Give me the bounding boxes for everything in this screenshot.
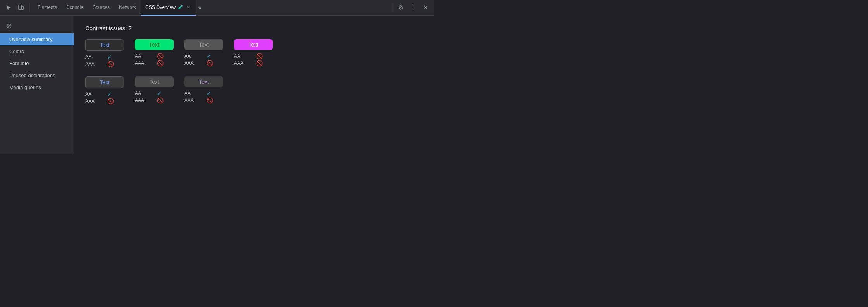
aaa-label-5: AAA — [85, 98, 105, 104]
tab-network[interactable]: Network — [114, 0, 141, 16]
contrast-btn-1-label: Text — [100, 42, 110, 48]
contrast-btn-7[interactable]: Text — [184, 76, 223, 87]
aa-fail-icon-4: 🚫 — [256, 53, 273, 59]
aaa-label-1: AAA — [85, 61, 105, 67]
contrast-btn-6[interactable]: Text — [135, 76, 174, 87]
cursor-icon-btn[interactable] — [3, 2, 14, 13]
tab-close-btn[interactable]: ✕ — [186, 5, 191, 10]
sidebar-item-unused-declarations-label: Unused declarations — [9, 72, 55, 78]
sidebar-item-overview-summary-label: Overview summary — [9, 36, 52, 42]
flask-icon: 🧪 — [178, 5, 183, 10]
aaa-label-4: AAA — [234, 60, 254, 66]
contrast-checks-3: AA ✓ AAA 🚫 — [184, 53, 223, 66]
aa-fail-icon-2: 🚫 — [157, 53, 174, 59]
contrast-checks-6: AA ✓ AAA 🚫 — [135, 90, 174, 103]
sidebar-item-colors[interactable]: Colors — [0, 45, 74, 57]
aaa-fail-icon-7: 🚫 — [207, 97, 224, 103]
aaa-fail-icon-6: 🚫 — [157, 97, 174, 103]
tab-sources-label: Sources — [93, 5, 110, 10]
aa-label-2: AA — [135, 53, 155, 59]
contrast-item-2: Text AA 🚫 AAA 🚫 — [135, 39, 174, 66]
contrast-btn-2-label: Text — [149, 41, 160, 48]
aaa-label-7: AAA — [184, 98, 204, 103]
contrast-item-1: Text AA ✓ AAA 🚫 — [85, 39, 124, 67]
close-btn[interactable]: ✕ — [420, 2, 431, 13]
more-tabs-btn[interactable]: » — [196, 3, 203, 12]
aaa-fail-icon-5: 🚫 — [107, 98, 124, 104]
contrast-btn-6-label: Text — [149, 79, 159, 85]
content-area: Contrast issues: 7 Text AA ✓ AAA 🚫 — [74, 16, 434, 154]
sidebar-item-colors-label: Colors — [9, 48, 24, 54]
contrast-grid: Text AA ✓ AAA 🚫 Text AA 🚫 — [85, 39, 423, 104]
aaa-label-2: AAA — [135, 60, 155, 66]
toolbar-right: ⚙ ⋮ ✕ — [395, 2, 431, 13]
contrast-item-4: Text AA 🚫 AAA 🚫 — [234, 39, 273, 66]
aaa-fail-icon-1: 🚫 — [107, 61, 124, 67]
contrast-btn-1[interactable]: Text — [85, 39, 124, 51]
contrast-row-1: Text AA ✓ AAA 🚫 Text AA 🚫 — [85, 39, 423, 67]
sidebar-item-font-info[interactable]: Font info — [0, 57, 74, 69]
toolbar: Elements Console Sources Network CSS Ove… — [0, 0, 434, 16]
sidebar-icon-row: ⊘ — [0, 19, 74, 33]
contrast-checks-5: AA ✓ AAA 🚫 — [85, 91, 124, 104]
contrast-item-7: Text AA ✓ AAA 🚫 — [184, 76, 223, 103]
aa-label-1: AA — [85, 54, 105, 60]
contrast-checks-1: AA ✓ AAA 🚫 — [85, 54, 124, 67]
contrast-checks-4: AA 🚫 AAA 🚫 — [234, 53, 273, 66]
contrast-btn-3-label: Text — [199, 41, 209, 48]
tab-css-overview[interactable]: CSS Overview 🧪 ✕ — [141, 0, 196, 16]
contrast-issues-title: Contrast issues: 7 — [85, 25, 423, 31]
aa-label-7: AA — [184, 91, 204, 96]
toolbar-separator-1 — [29, 3, 30, 12]
cursor-icon — [5, 5, 12, 11]
contrast-row-2: Text AA ✓ AAA 🚫 Text AA ✓ — [85, 76, 423, 104]
menu-btn[interactable]: ⋮ — [408, 2, 418, 13]
aa-pass-icon-1: ✓ — [107, 54, 124, 60]
toolbar-separator-2 — [392, 3, 392, 12]
sidebar-item-media-queries-label: Media queries — [9, 85, 41, 90]
aa-label-6: AA — [135, 91, 155, 96]
aaa-fail-icon-4: 🚫 — [256, 60, 273, 66]
no-icon: ⊘ — [6, 22, 12, 30]
aa-label-4: AA — [234, 53, 254, 59]
aa-pass-icon-7: ✓ — [207, 90, 224, 97]
aaa-label-6: AAA — [135, 98, 155, 103]
device-icon-btn[interactable] — [16, 2, 26, 13]
settings-btn[interactable]: ⚙ — [395, 2, 406, 13]
tab-elements[interactable]: Elements — [33, 0, 62, 16]
contrast-btn-3[interactable]: Text — [184, 39, 223, 50]
contrast-btn-5-label: Text — [100, 79, 110, 85]
contrast-btn-7-label: Text — [199, 79, 209, 85]
contrast-btn-2[interactable]: Text — [135, 39, 174, 50]
contrast-btn-4[interactable]: Text — [234, 39, 273, 50]
device-icon — [18, 5, 24, 11]
svg-rect-1 — [22, 6, 23, 10]
aaa-label-3: AAA — [184, 60, 204, 66]
tab-css-overview-label: CSS Overview — [145, 5, 176, 10]
sidebar-item-media-queries[interactable]: Media queries — [0, 81, 74, 93]
sidebar-item-unused-declarations[interactable]: Unused declarations — [0, 69, 74, 81]
contrast-btn-5[interactable]: Text — [85, 76, 124, 88]
svg-rect-0 — [19, 5, 21, 10]
aa-pass-icon-3: ✓ — [207, 53, 224, 59]
contrast-item-6: Text AA ✓ AAA 🚫 — [135, 76, 174, 103]
sidebar-item-overview-summary[interactable]: Overview summary — [0, 33, 74, 45]
sidebar-item-font-info-label: Font info — [9, 60, 29, 66]
tab-elements-label: Elements — [38, 5, 57, 10]
tab-console[interactable]: Console — [62, 0, 88, 16]
tab-bar: Elements Console Sources Network CSS Ove… — [33, 0, 389, 16]
contrast-item-3: Text AA ✓ AAA 🚫 — [184, 39, 223, 66]
contrast-checks-2: AA 🚫 AAA 🚫 — [135, 53, 174, 66]
aa-label-5: AA — [85, 91, 105, 97]
aa-pass-icon-5: ✓ — [107, 91, 124, 97]
aa-label-3: AA — [184, 53, 204, 59]
contrast-item-5: Text AA ✓ AAA 🚫 — [85, 76, 124, 104]
aa-pass-icon-6: ✓ — [157, 90, 174, 97]
aaa-fail-icon-2: 🚫 — [157, 60, 174, 66]
tab-sources[interactable]: Sources — [88, 0, 114, 16]
main-layout: ⊘ Overview summary Colors Font info Unus… — [0, 16, 434, 154]
tab-console-label: Console — [66, 5, 83, 10]
contrast-btn-4-label: Text — [248, 41, 258, 48]
tab-network-label: Network — [119, 5, 136, 10]
aaa-fail-icon-3: 🚫 — [207, 60, 224, 66]
